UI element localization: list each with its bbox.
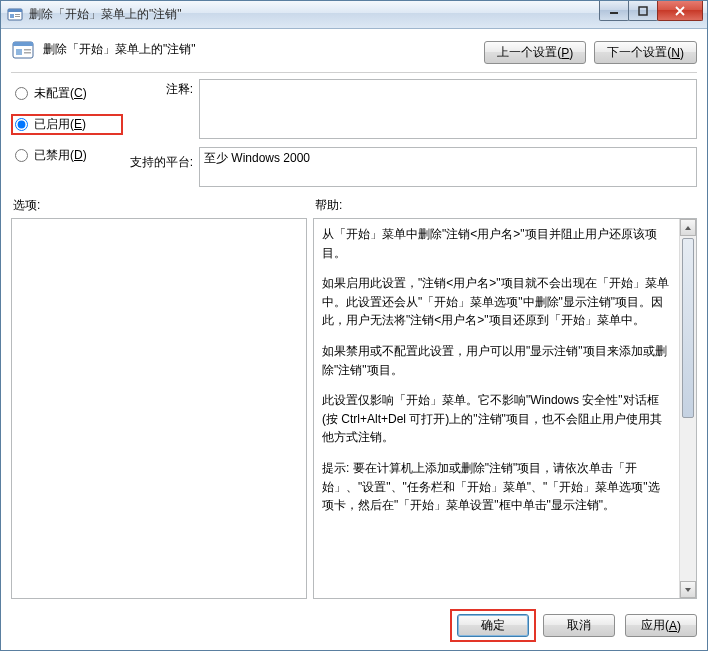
comment-label: 注释: [166, 81, 193, 98]
help-paragraph: 如果启用此设置，"注销<用户名>"项目就不会出现在「开始」菜单中。此设置还会从"… [322, 274, 671, 330]
radio-enabled[interactable]: 已启用(E) [11, 114, 123, 135]
radio-disabled[interactable]: 已禁用(D) [11, 145, 123, 166]
window-controls [600, 1, 703, 21]
radio-not-configured[interactable]: 未配置(C) [11, 83, 123, 104]
scrollbar[interactable] [679, 219, 696, 598]
state-radio-group: 未配置(C) 已启用(E) 已禁用(D) [11, 79, 123, 187]
svg-rect-11 [24, 52, 31, 54]
supported-platform-textarea: 至少 Windows 2000 [199, 147, 697, 187]
help-text: 从「开始」菜单中删除"注销<用户名>"项目并阻止用户还原该项目。如果启用此设置，… [314, 219, 679, 598]
titlebar: 删除「开始」菜单上的"注销" [1, 1, 707, 29]
help-label: 帮助: [309, 197, 697, 214]
radio-not-configured-label: 未配置(C) [34, 85, 87, 102]
help-paragraph: 此设置仅影响「开始」菜单。它不影响"Windows 安全性"对话框(按 Ctrl… [322, 391, 671, 447]
help-panel: 从「开始」菜单中删除"注销<用户名>"项目并阻止用户还原该项目。如果启用此设置，… [313, 218, 697, 599]
svg-rect-6 [639, 7, 647, 15]
radio-not-configured-input[interactable] [15, 87, 28, 100]
divider [11, 72, 697, 73]
scroll-thumb[interactable] [682, 238, 694, 418]
scroll-up-button[interactable] [680, 219, 696, 236]
header-row: 删除「开始」菜单上的"注销" 上一个设置(P) 下一个设置(N) [11, 37, 697, 64]
ok-highlight: 确定 [450, 609, 536, 642]
maximize-button[interactable] [628, 1, 658, 21]
close-button[interactable] [657, 1, 703, 21]
svg-rect-4 [15, 16, 20, 17]
svg-rect-2 [10, 14, 14, 18]
previous-setting-button[interactable]: 上一个设置(P) [484, 41, 586, 64]
scroll-track[interactable] [680, 419, 696, 581]
comment-textarea[interactable] [199, 79, 697, 139]
svg-rect-8 [13, 42, 33, 46]
policy-name: 删除「开始」菜单上的"注销" [43, 37, 476, 58]
config-area: 未配置(C) 已启用(E) 已禁用(D) 注释: 支持的平台: 至少 Windo… [11, 79, 697, 187]
options-panel [11, 218, 307, 599]
apply-button[interactable]: 应用(A) [625, 614, 697, 637]
help-paragraph: 如果禁用或不配置此设置，用户可以用"显示注销"项目来添加或删除"注销"项目。 [322, 342, 671, 379]
svg-rect-3 [15, 14, 20, 15]
radio-disabled-input[interactable] [15, 149, 28, 162]
radio-disabled-label: 已禁用(D) [34, 147, 87, 164]
cancel-button[interactable]: 取消 [543, 614, 615, 637]
radio-enabled-input[interactable] [15, 118, 28, 131]
policy-icon [11, 39, 35, 63]
panels: 从「开始」菜单中删除"注销<用户名>"项目并阻止用户还原该项目。如果启用此设置，… [11, 218, 697, 599]
scroll-down-button[interactable] [680, 581, 696, 598]
options-label: 选项: [11, 197, 309, 214]
minimize-button[interactable] [599, 1, 629, 21]
help-paragraph: 从「开始」菜单中删除"注销<用户名>"项目并阻止用户还原该项目。 [322, 225, 671, 262]
help-paragraph: 提示: 要在计算机上添加或删除"注销"项目，请依次单击「开始」、"设置"、"任务… [322, 459, 671, 515]
ok-button[interactable]: 确定 [457, 614, 529, 637]
content-area: 删除「开始」菜单上的"注销" 上一个设置(P) 下一个设置(N) 未配置(C) … [1, 29, 707, 651]
svg-rect-1 [8, 9, 22, 12]
app-icon [7, 7, 23, 23]
svg-rect-10 [24, 49, 31, 51]
platform-label: 支持的平台: [130, 154, 193, 171]
svg-rect-5 [610, 12, 618, 14]
footer: 确定 取消 应用(A) [11, 599, 697, 642]
next-setting-button[interactable]: 下一个设置(N) [594, 41, 697, 64]
svg-rect-9 [16, 49, 22, 55]
radio-enabled-label: 已启用(E) [34, 116, 86, 133]
